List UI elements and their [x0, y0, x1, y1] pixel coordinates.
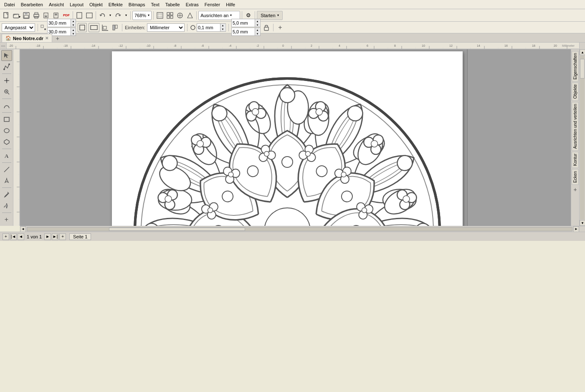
eyedropper-tool[interactable] [1, 189, 12, 200]
zoom-dropdown[interactable]: 768% ▾ [132, 11, 152, 20]
separator2 [96, 11, 96, 20]
first-page-button[interactable]: |◄ [10, 233, 17, 240]
vscroll-up[interactable]: ▲ [580, 49, 585, 55]
svg-point-21 [44, 28, 46, 30]
last-page-button[interactable]: ►| [52, 233, 58, 240]
next-page-button[interactable]: ► [44, 233, 51, 240]
menu-effekte[interactable]: Effekte [106, 1, 125, 8]
height-down[interactable]: ▼ [71, 32, 76, 35]
print-button[interactable] [32, 11, 41, 20]
add-page-button[interactable]: + [3, 233, 9, 240]
add-page2-button[interactable]: + [59, 233, 66, 240]
corner-w-up[interactable]: ▲ [255, 19, 260, 23]
statusbar: + |◄ ◄ 1 von 1 ► ►| + Seite 1 [0, 232, 585, 241]
add-tab-button[interactable]: + [54, 35, 61, 42]
width-up[interactable]: ▲ [71, 19, 76, 23]
width-input[interactable]: ▲ ▼ [47, 19, 76, 27]
position-icon [41, 25, 46, 30]
vscroll-down[interactable]: ▼ [580, 220, 585, 226]
corner-h-down[interactable]: ▼ [255, 32, 260, 35]
menu-extras[interactable]: Extras [183, 1, 201, 8]
menu-datei[interactable]: Datei [2, 1, 18, 8]
page-portrait-button[interactable] [75, 11, 84, 20]
hscroll-thumb[interactable] [109, 228, 245, 231]
menu-hilfe[interactable]: Hilfe [223, 1, 238, 8]
outline-up[interactable]: ▲ [220, 24, 225, 28]
width-down[interactable]: ▼ [71, 23, 76, 27]
page-tab[interactable]: Seite 1 [69, 233, 91, 240]
height-up[interactable]: ▲ [71, 28, 76, 32]
snap3-button[interactable] [185, 11, 195, 20]
prev-page-button[interactable]: ◄ [18, 233, 24, 240]
undo-button[interactable] [98, 11, 107, 20]
redo-button[interactable] [114, 11, 123, 20]
polygon-tool[interactable] [1, 137, 12, 147]
rectangle-tool[interactable] [1, 114, 12, 125]
vscrollbar[interactable]: ▲ ▼ [579, 49, 585, 226]
tool-sep1 [2, 73, 11, 74]
text-tool[interactable]: A [1, 150, 12, 161]
redo-dropdown[interactable]: ▾ [124, 11, 129, 20]
page-landscape-button[interactable] [85, 11, 94, 20]
outline-down[interactable]: ▼ [220, 28, 225, 31]
outline-panel-tab[interactable]: Kontur [572, 152, 579, 168]
corner-h-up[interactable]: ▲ [255, 28, 260, 32]
start-button[interactable]: Starten ▾ [257, 11, 282, 20]
undo-dropdown[interactable]: ▾ [108, 11, 113, 20]
document-tab[interactable]: 🏠 Neo Notre.cdr ✕ [2, 34, 52, 42]
hscroll-left[interactable]: ◄ [20, 226, 26, 232]
svg-rect-22 [80, 25, 85, 30]
tab-close-icon[interactable]: ✕ [45, 36, 48, 40]
add-panel-button[interactable]: + [573, 186, 577, 193]
snap1-button[interactable] [165, 11, 175, 20]
transform2-button[interactable] [111, 23, 119, 32]
menu-text[interactable]: Text [149, 1, 162, 8]
align-panel-tab[interactable]: Ausrichten und verteilen [572, 102, 579, 151]
menu-ansicht[interactable]: Ansicht [46, 1, 66, 8]
snap2-button[interactable] [175, 11, 185, 20]
tab-home-icon: 🏠 [5, 35, 11, 41]
vscroll-track[interactable] [580, 56, 585, 220]
open-button[interactable]: ▾ [12, 11, 21, 20]
vscroll-thumb[interactable] [580, 59, 585, 78]
lock-ratio-button[interactable] [262, 23, 271, 32]
menu-fenster[interactable]: Fenster [202, 1, 223, 8]
objects-panel-tab[interactable]: Objekte [572, 82, 579, 101]
corner-h-value[interactable] [232, 28, 255, 35]
zoom-select[interactable]: Angepasst 100% 200% [2, 23, 35, 32]
menu-layout[interactable]: Layout [67, 1, 86, 8]
units-select[interactable]: Millimeter Pixel Inch [147, 23, 185, 32]
shape-rect-button[interactable] [89, 23, 99, 32]
selector-tool[interactable] [1, 50, 12, 61]
line-tool[interactable] [1, 164, 12, 175]
hscroll-right[interactable]: ► [573, 226, 579, 232]
menu-tabelle[interactable]: Tabelle [163, 1, 182, 8]
transform-tool[interactable] [1, 75, 12, 86]
fill-tool[interactable] [1, 200, 12, 211]
corner-w-input[interactable]: ▲ ▼ [231, 19, 261, 27]
ellipse-tool[interactable] [1, 125, 12, 136]
corner-h-input[interactable]: ▲ ▼ [231, 28, 261, 36]
zoom-tool[interactable] [1, 86, 12, 97]
corner-w-value[interactable] [232, 19, 255, 27]
interactive-tool[interactable]: + [1, 214, 12, 225]
menu-bearbeiten[interactable]: Bearbeiten [18, 1, 46, 8]
outline-input[interactable]: ▲ ▼ [197, 23, 226, 32]
new-button[interactable] [2, 11, 11, 20]
curve-tool[interactable] [1, 100, 12, 111]
properties-panel-tab[interactable]: Eigenschaften [572, 51, 579, 81]
view1-button[interactable] [155, 11, 165, 20]
shape-square-button[interactable] [78, 23, 87, 32]
shape-edit-tool[interactable] [1, 61, 12, 72]
corner-w-down[interactable]: ▼ [255, 23, 260, 27]
add-page-inline-button[interactable]: + [276, 23, 284, 32]
save-button[interactable] [22, 11, 31, 20]
outline-value[interactable] [197, 24, 220, 31]
width-value[interactable] [48, 19, 71, 27]
menu-bitmaps[interactable]: Bitmaps [126, 1, 148, 8]
menu-objekt[interactable]: Objekt [87, 1, 105, 8]
hscroll-track[interactable] [27, 227, 572, 231]
pen-tool[interactable] [1, 175, 12, 186]
corners-panel-tab[interactable]: Ecken [572, 169, 579, 185]
transform1-button[interactable] [101, 23, 109, 32]
